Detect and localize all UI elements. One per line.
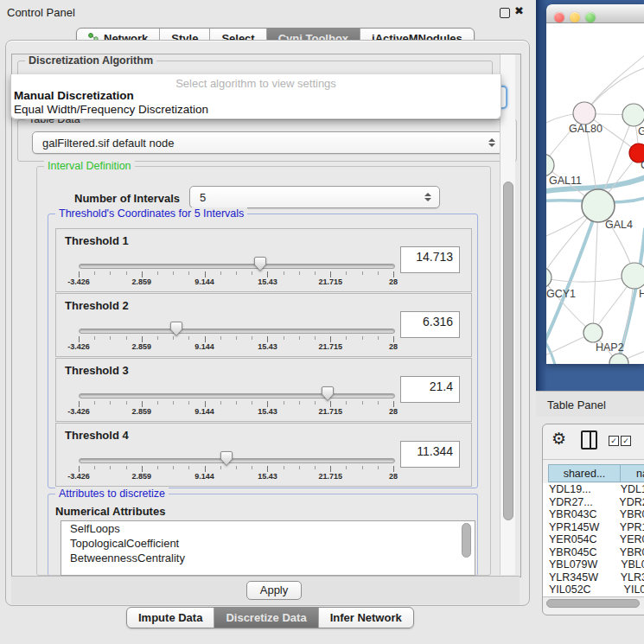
tick-label: 21.715 (310, 342, 350, 351)
tick-mark (393, 271, 394, 277)
network-node-gal80[interactable] (573, 102, 596, 124)
tick-label: 2.859 (122, 342, 162, 351)
tick-label: -3.426 (59, 472, 99, 481)
slider-thumb[interactable] (169, 321, 183, 337)
close-icon[interactable]: ✖ (514, 4, 524, 17)
tick-mark (79, 271, 80, 277)
network-node-ga[interactable] (622, 104, 644, 126)
table-data-combo[interactable]: galFiltered.sif default node (32, 131, 504, 154)
tick-mark (299, 336, 300, 340)
tick-mark (362, 466, 363, 469)
slider-thumb[interactable] (220, 450, 233, 467)
tick-mark (126, 466, 127, 469)
algorithm-dropdown-popup: Select algorithm to view settingsManual … (10, 74, 501, 119)
network-canvas[interactable]: GAL80GACGAL11GAL4GCY1HHAP2 (546, 23, 644, 364)
cell-name: YBR0 (616, 546, 644, 559)
apply-button[interactable]: Apply (246, 581, 302, 600)
mac-minimize-icon[interactable] (570, 12, 580, 22)
network-node-hap2[interactable] (583, 323, 603, 342)
algorithm-option-equal-width-frequency-discretization[interactable]: Equal Width/Frequency Discretization (14, 103, 208, 116)
tick-mark (346, 401, 347, 405)
columns-icon[interactable] (581, 430, 597, 450)
table-row[interactable]: YBR045CYBR0 (543, 546, 644, 559)
table-row[interactable]: YPR145WYPR1 (543, 521, 644, 534)
threshold-value-field[interactable]: 11.344 (400, 441, 460, 468)
table-row[interactable]: YER054CYER0 (543, 533, 644, 546)
tick-mark (284, 336, 284, 340)
attributes-group-title: Attributes to discretize (55, 488, 169, 500)
attribute-item-selfloops[interactable]: SelfLoops (61, 521, 475, 536)
slider-track[interactable] (79, 393, 395, 399)
mac-close-icon[interactable] (554, 12, 564, 22)
table-hscrollbar[interactable] (543, 596, 644, 609)
tick-mark (378, 271, 379, 275)
table-row[interactable]: YBL079WYBL0 (543, 558, 644, 571)
tick-mark (267, 466, 268, 472)
checkbox-icon-1[interactable]: ✓ (609, 436, 619, 446)
slider-track[interactable] (79, 328, 395, 334)
algorithm-option-manual-discretization[interactable]: Manual Discretization (14, 89, 134, 102)
main-scrollbar-thumb[interactable] (503, 182, 513, 520)
threshold-label: Threshold 2 (65, 299, 129, 312)
threshold-value-field[interactable]: 21.4 (400, 376, 460, 403)
tick-mark (142, 466, 143, 472)
tick-label: 9.144 (185, 342, 225, 351)
tick-mark (236, 401, 237, 405)
network-node-gal4[interactable] (582, 189, 615, 222)
slider-thumb[interactable] (253, 256, 267, 272)
network-window: GAL80GACGAL11GAL4GCY1HHAP2 (546, 4, 644, 364)
slider-track[interactable] (79, 458, 395, 463)
tick-mark (157, 466, 158, 469)
tick-mark (299, 401, 300, 405)
tab-discretize-data[interactable]: Discretize Data (214, 608, 318, 628)
checkbox-icon-2[interactable]: ✓ (621, 436, 631, 446)
float-window-icon[interactable] (500, 8, 510, 18)
threshold-label: Threshold 4 (65, 429, 129, 442)
node-label-gal80: GAL80 (569, 123, 603, 135)
tick-label: -3.426 (59, 342, 99, 351)
threshold-value-field[interactable]: 14.713 (400, 246, 460, 273)
threshold-panel-1: Threshold 1-3.4262.8599.14415.4321.71528… (55, 228, 472, 292)
table-hscrollbar-thumb[interactable] (546, 599, 640, 608)
tick-mark (252, 336, 252, 340)
slider-track[interactable] (79, 264, 395, 269)
tick-label: 28 (373, 342, 413, 351)
table-row[interactable]: YBR043CYBR0 (543, 508, 644, 521)
tab-impute-data[interactable]: Impute Data (127, 608, 214, 628)
bottom-tab-bar: Impute DataDiscretize DataInfer Network (126, 607, 414, 628)
attribute-item-topologicalcoefficient[interactable]: TopologicalCoefficient (61, 536, 475, 551)
thresholds-group-title: Threshold's Coordinates for 5 Intervals (55, 207, 247, 220)
tab-infer-network[interactable]: Infer Network (319, 608, 413, 628)
tick-mark (126, 401, 127, 405)
threshold-panel-4: Threshold 4-3.4262.8599.14415.4321.71528… (55, 423, 472, 487)
table-row[interactable]: YDL19...YDL1 (543, 483, 644, 496)
column-header-name[interactable]: na (620, 464, 644, 482)
num-intervals-value: 5 (190, 191, 424, 204)
table-data-combo-value: galFiltered.sif default node (33, 137, 488, 150)
table-row[interactable]: YIL052CYIL0 (543, 583, 644, 596)
node-label-ga: GA (638, 125, 644, 137)
table-row[interactable]: YLR345WYLR3 (543, 571, 644, 584)
threshold-panel-2: Threshold 2-3.4262.8599.14415.4321.71528… (55, 293, 472, 357)
mac-zoom-icon[interactable] (585, 12, 596, 22)
thresholds-groupbox: Threshold's Coordinates for 5 Intervals … (48, 214, 478, 488)
tick-mark (94, 271, 95, 275)
slider-thumb[interactable] (321, 386, 335, 402)
main-scrollbar-track[interactable] (500, 54, 515, 575)
table-row[interactable]: YDR27...YDR2 (543, 496, 644, 509)
node-label-c: C (641, 159, 644, 171)
tick-label: 21.715 (310, 277, 350, 286)
threshold-value-field[interactable]: 6.316 (400, 311, 460, 338)
network-node-gcy1[interactable] (546, 267, 552, 288)
attributes-list[interactable]: SelfLoopsTopologicalCoefficientBetweenne… (61, 520, 475, 576)
gear-icon[interactable]: ⚙ (552, 430, 566, 449)
attributes-scrollbar[interactable] (462, 523, 471, 558)
num-intervals-spinner[interactable]: 5 (189, 186, 440, 208)
tick-mark (236, 336, 237, 340)
tick-mark (315, 466, 316, 469)
attribute-item-betweennesscentrality[interactable]: BetweennessCentrality (61, 551, 475, 565)
network-node-h[interactable] (622, 263, 644, 289)
tick-label: 9.144 (185, 472, 225, 481)
column-header-shared[interactable]: shared... (548, 464, 621, 482)
cell-shared-name: YDL19... (543, 483, 617, 496)
